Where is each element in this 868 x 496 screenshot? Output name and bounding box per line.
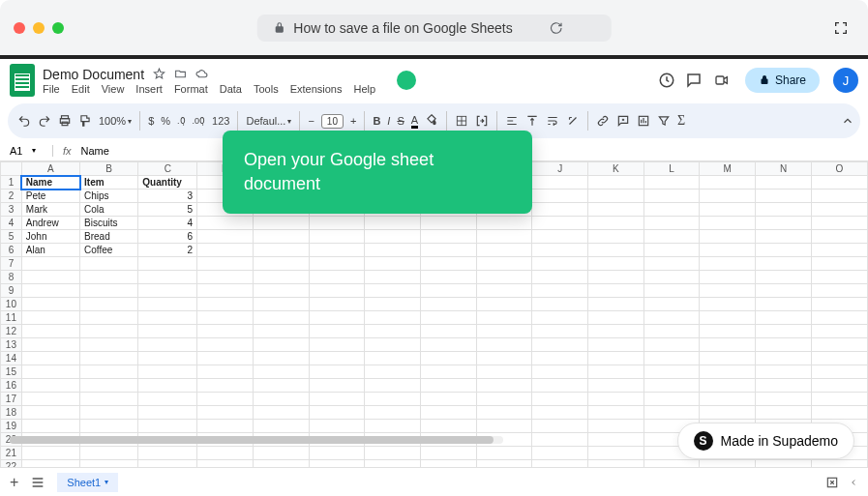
cell[interactable]: [644, 190, 700, 203]
cell[interactable]: [138, 352, 197, 365]
cell[interactable]: [477, 257, 532, 271]
cell[interactable]: [587, 447, 644, 460]
cell[interactable]: Cola: [80, 203, 138, 217]
cell[interactable]: [532, 217, 588, 230]
cell[interactable]: [138, 379, 197, 393]
column-header[interactable]: C: [138, 162, 197, 176]
cell[interactable]: [138, 311, 197, 325]
cell[interactable]: [812, 338, 868, 352]
refresh-icon[interactable]: [550, 21, 563, 35]
cell[interactable]: [197, 393, 254, 406]
cell[interactable]: [365, 338, 421, 352]
cell[interactable]: [477, 325, 532, 338]
cell[interactable]: [138, 298, 197, 311]
row-header[interactable]: 13: [1, 338, 22, 352]
cell[interactable]: [532, 365, 588, 379]
cell[interactable]: [80, 325, 138, 338]
cell[interactable]: [309, 244, 365, 257]
cell[interactable]: [138, 420, 197, 433]
cell[interactable]: [812, 230, 868, 244]
cell[interactable]: [421, 230, 477, 244]
cell[interactable]: [197, 271, 254, 284]
formula-input[interactable]: Name: [81, 145, 109, 157]
cell[interactable]: [80, 257, 138, 271]
font-select[interactable]: Defaul... ▾: [246, 115, 291, 127]
cell[interactable]: Name: [21, 176, 79, 190]
cell[interactable]: [812, 379, 868, 393]
cell[interactable]: [365, 257, 421, 271]
cell[interactable]: [700, 393, 756, 406]
cell[interactable]: John: [21, 230, 79, 244]
cell[interactable]: [812, 257, 868, 271]
cell[interactable]: [700, 325, 756, 338]
increase-font[interactable]: +: [350, 115, 356, 127]
doc-title[interactable]: Demo Document: [43, 67, 144, 82]
cell[interactable]: [197, 420, 254, 433]
star-icon[interactable]: [153, 68, 165, 80]
cell[interactable]: [700, 176, 756, 190]
cell[interactable]: [644, 365, 700, 379]
row-header[interactable]: 15: [1, 365, 22, 379]
cell[interactable]: [309, 379, 365, 393]
cell[interactable]: [365, 217, 421, 230]
cell[interactable]: [309, 298, 365, 311]
cell[interactable]: [587, 257, 644, 271]
cell[interactable]: [309, 230, 365, 244]
row-header[interactable]: 4: [1, 217, 22, 230]
decrease-font[interactable]: −: [308, 115, 314, 127]
cell[interactable]: [756, 311, 812, 325]
cell[interactable]: [812, 311, 868, 325]
cell[interactable]: [644, 338, 700, 352]
cell[interactable]: [21, 271, 79, 284]
cell[interactable]: [700, 352, 756, 365]
cell[interactable]: Chips: [80, 190, 138, 203]
print-icon[interactable]: [58, 114, 72, 128]
cell[interactable]: [253, 447, 309, 460]
text-color-button[interactable]: A: [411, 114, 418, 129]
cell[interactable]: [253, 311, 309, 325]
cell[interactable]: [21, 379, 79, 393]
cell[interactable]: [138, 393, 197, 406]
cell[interactable]: [138, 338, 197, 352]
cell[interactable]: [421, 379, 477, 393]
cell[interactable]: [80, 284, 138, 298]
font-size-input[interactable]: 10: [321, 114, 344, 129]
cell[interactable]: Alan: [21, 244, 79, 257]
filter-icon[interactable]: [657, 114, 671, 128]
address-bar[interactable]: How to save a file on Google Sheets: [256, 15, 611, 42]
cell[interactable]: [532, 420, 588, 433]
cell[interactable]: [477, 352, 532, 365]
cell[interactable]: [80, 420, 138, 433]
bold-button[interactable]: B: [373, 115, 380, 127]
row-header[interactable]: 16: [1, 379, 22, 393]
cell[interactable]: [532, 447, 588, 460]
cell[interactable]: [812, 365, 868, 379]
cell[interactable]: [197, 352, 254, 365]
insert-comment-icon[interactable]: [616, 114, 630, 128]
cell[interactable]: [365, 420, 421, 433]
chart-icon[interactable]: [637, 114, 650, 128]
cell[interactable]: [532, 433, 588, 447]
minimize-window-button[interactable]: [33, 22, 45, 34]
cell[interactable]: [253, 352, 309, 365]
cell[interactable]: [138, 284, 197, 298]
cell[interactable]: [756, 352, 812, 365]
cell[interactable]: [532, 257, 588, 271]
cell[interactable]: [421, 284, 477, 298]
cell[interactable]: [700, 271, 756, 284]
cell[interactable]: [644, 379, 700, 393]
cell[interactable]: [812, 284, 868, 298]
cell[interactable]: [309, 406, 365, 420]
valign-icon[interactable]: [525, 114, 539, 128]
cell[interactable]: [756, 298, 812, 311]
cell[interactable]: [587, 298, 644, 311]
cell[interactable]: [421, 325, 477, 338]
cell[interactable]: [587, 284, 644, 298]
cell[interactable]: [253, 298, 309, 311]
undo-icon[interactable]: [17, 114, 31, 128]
cell[interactable]: [477, 230, 532, 244]
cell[interactable]: [700, 257, 756, 271]
cell[interactable]: [365, 284, 421, 298]
row-header[interactable]: 6: [1, 244, 22, 257]
cell[interactable]: 6: [138, 230, 197, 244]
